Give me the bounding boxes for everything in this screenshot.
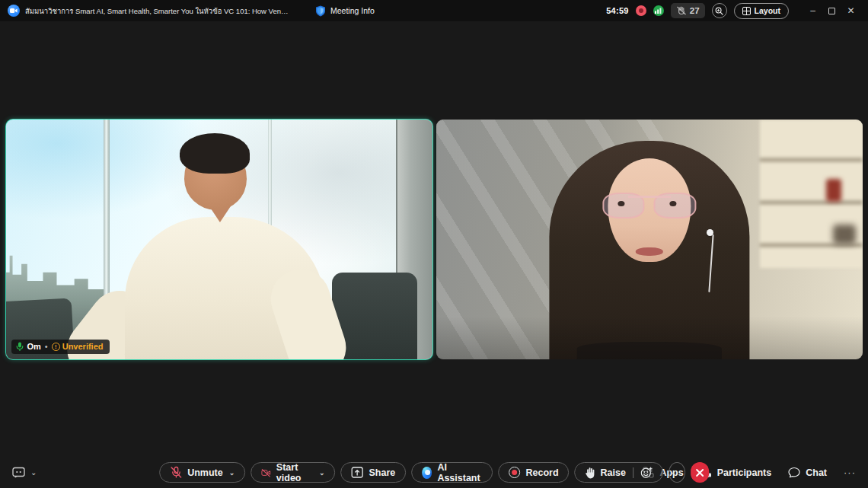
record-label: Record: [525, 467, 558, 478]
close-button[interactable]: ✕: [841, 2, 860, 20]
mic-muted-icon: [170, 466, 182, 479]
ai-assistant-label: AI Assistant: [437, 462, 482, 483]
leave-meeting-button[interactable]: [691, 462, 709, 483]
chat-bubble-icon: [788, 467, 800, 478]
unverified-badge: ! Unverified: [52, 342, 104, 351]
zoom-search-icon[interactable]: [712, 3, 727, 18]
unmute-label: Unmute: [187, 467, 223, 478]
lowered-hands-icon: [676, 6, 687, 15]
minimize-button[interactable]: –: [803, 2, 822, 20]
more-icon: ···: [671, 467, 683, 478]
video-tile-participant[interactable]: [436, 120, 863, 359]
start-video-chevron[interactable]: ⌄: [319, 469, 325, 477]
toolbar-overflow-button[interactable]: ···: [844, 467, 856, 478]
record-button[interactable]: Record: [498, 462, 569, 483]
titlebar: สัมมนาวิชาการ Smart AI, Smart Health, Sm…: [0, 0, 868, 21]
meeting-toolbar: ⌄ Unmute ⌄ Start video ⌄ Share AI Assist…: [0, 457, 868, 488]
ai-orb-icon: [422, 467, 432, 479]
unmute-chevron[interactable]: ⌄: [229, 469, 235, 477]
start-video-button[interactable]: Start video ⌄: [251, 462, 335, 483]
meeting-timer: 54:59: [606, 6, 629, 15]
raise-reaction-button[interactable]: Raise: [575, 462, 663, 483]
share-button[interactable]: Share: [340, 462, 406, 483]
unverified-icon: !: [52, 343, 60, 351]
start-video-label: Start video: [276, 462, 313, 483]
meeting-info-label: Meeting Info: [330, 6, 375, 15]
captions-chevron[interactable]: ⌄: [30, 468, 37, 477]
captions-button[interactable]: [12, 467, 26, 479]
record-icon: [509, 467, 520, 478]
unmute-button[interactable]: Unmute ⌄: [159, 462, 245, 483]
mic-active-icon: [16, 342, 24, 352]
emoji-react-icon[interactable]: [640, 467, 653, 479]
office-background: [6, 120, 432, 359]
layout-button[interactable]: Layout: [734, 3, 789, 19]
zoom-logo-icon: [8, 5, 20, 17]
captions-icon: [12, 467, 26, 479]
meeting-info-button[interactable]: Meeting Info: [315, 5, 375, 17]
layout-grid-icon: [742, 7, 751, 15]
chat-label: Chat: [806, 467, 827, 478]
leave-x-icon: [695, 468, 704, 477]
raise-label: Raise: [601, 467, 626, 478]
meeting-title: สัมมนาวิชาการ Smart AI, Smart Health, Sm…: [25, 5, 290, 17]
maximize-icon: [828, 8, 835, 14]
connection-indicator-icon: [653, 5, 664, 16]
layout-label: Layout: [755, 6, 780, 15]
share-screen-icon: [351, 467, 363, 478]
share-label: Share: [369, 467, 395, 478]
lowered-hands-count[interactable]: 27: [671, 3, 705, 18]
video-off-icon: [261, 467, 271, 478]
unverified-label: Unverified: [62, 342, 104, 351]
hands-count-value: 27: [690, 6, 700, 15]
participant-name-badge: Om • ! Unverified: [11, 340, 110, 354]
shield-icon: [315, 5, 326, 17]
video-stage: Om • ! Unverified: [0, 21, 868, 457]
recording-indicator-icon: [636, 5, 646, 16]
maximize-button[interactable]: [822, 2, 841, 20]
chat-button[interactable]: Chat: [788, 467, 827, 478]
raise-hand-icon: [586, 467, 595, 479]
video-tile-om[interactable]: Om • ! Unverified: [6, 120, 432, 359]
more-options-button[interactable]: ···: [669, 462, 685, 483]
participants-button[interactable]: Participants: [700, 467, 772, 478]
participants-label: Participants: [717, 467, 772, 478]
participant-name: Om: [27, 342, 41, 351]
room-background: [436, 120, 863, 359]
ai-assistant-button[interactable]: AI Assistant: [411, 462, 493, 483]
